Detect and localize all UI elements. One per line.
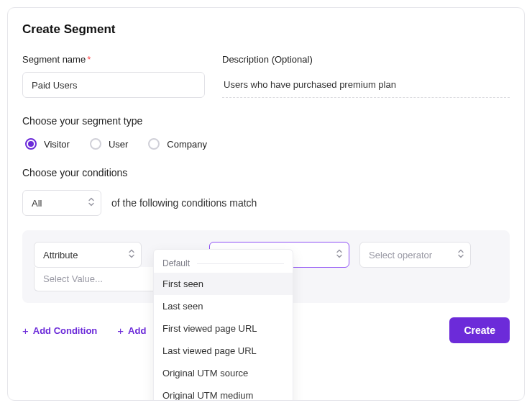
- condition-source-select[interactable]: Attribute: [34, 242, 142, 268]
- conditions-label: Choose your conditions: [22, 167, 510, 178]
- condition-operator-select[interactable]: Select operator: [359, 242, 471, 268]
- add-condition-label: Add Condition: [33, 325, 98, 336]
- plus-icon: +: [22, 325, 29, 336]
- dropdown-item-first-seen[interactable]: First seen: [154, 273, 293, 295]
- updown-icon: [336, 249, 343, 261]
- dropdown-group-label: Default: [162, 258, 190, 268]
- required-asterisk: *: [87, 54, 91, 65]
- segment-name-label: Segment name*: [22, 54, 205, 65]
- dropdown-item-original-utm-source[interactable]: Original UTM source: [154, 362, 293, 384]
- segment-type-radio-user[interactable]: User: [90, 138, 128, 150]
- divider: [197, 263, 284, 264]
- add-links: + Add Condition + Add: [22, 325, 146, 336]
- radio-label: Visitor: [44, 139, 70, 150]
- description-field-group: Description (Optional): [222, 54, 510, 98]
- condition-source-value: Attribute: [43, 250, 78, 260]
- fields-row: Segment name* Description (Optional): [22, 54, 510, 98]
- segment-name-label-text: Segment name: [22, 54, 86, 65]
- updown-icon: [457, 249, 464, 261]
- dropdown-item-first-viewed-page-url[interactable]: First viewed page URL: [154, 317, 293, 340]
- condition-value-placeholder: Select Value...: [43, 273, 103, 284]
- match-text: of the following conditions match: [111, 197, 257, 209]
- description-label: Description (Optional): [222, 54, 510, 65]
- condition-operator-placeholder: Select operator: [369, 250, 432, 260]
- match-type-select[interactable]: All: [22, 190, 101, 216]
- radio-icon: [90, 138, 101, 150]
- match-type-value: All: [32, 198, 42, 209]
- updown-icon: [88, 197, 95, 209]
- segment-type-radio-company[interactable]: Company: [148, 138, 207, 150]
- updown-icon: [128, 249, 135, 261]
- dropdown-item-last-seen[interactable]: Last seen: [154, 295, 293, 317]
- segment-type-label: Choose your segment type: [22, 115, 510, 127]
- radio-icon: [148, 138, 160, 150]
- segment-type-radio-group: Visitor User Company: [25, 138, 510, 150]
- radio-icon: [25, 138, 37, 150]
- create-button[interactable]: Create: [449, 317, 510, 343]
- segment-name-field-group: Segment name*: [22, 54, 205, 98]
- create-segment-panel: Create Segment Segment name* Description…: [7, 7, 525, 401]
- conditions-match-row: All of the following conditions match: [22, 190, 510, 216]
- plus-icon: +: [117, 325, 124, 336]
- radio-label: User: [109, 139, 128, 150]
- dropdown-item-original-utm-medium[interactable]: Original UTM medium: [154, 384, 293, 401]
- add-group-button[interactable]: + Add: [117, 325, 146, 336]
- description-input[interactable]: [222, 72, 510, 98]
- add-condition-button[interactable]: + Add Condition: [22, 325, 97, 336]
- segment-type-radio-visitor[interactable]: Visitor: [25, 138, 70, 150]
- dropdown-item-last-viewed-page-url[interactable]: Last viewed page URL: [154, 340, 293, 362]
- segment-name-input[interactable]: [22, 72, 205, 98]
- add-group-label: Add: [128, 325, 146, 336]
- radio-label: Company: [167, 139, 207, 150]
- page-title: Create Segment: [22, 22, 510, 37]
- attribute-dropdown: Default First seen Last seen First viewe…: [153, 249, 293, 401]
- dropdown-group-header: Default: [154, 254, 293, 273]
